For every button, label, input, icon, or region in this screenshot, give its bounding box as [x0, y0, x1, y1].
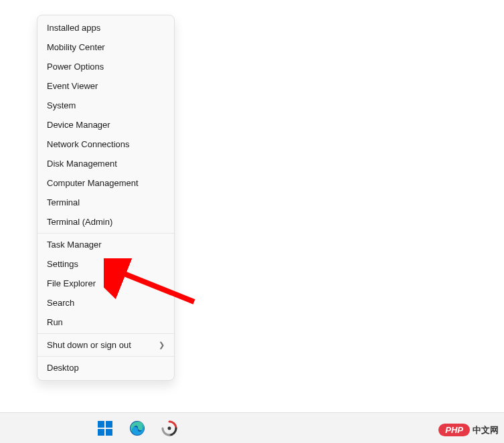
menu-label: System: [47, 100, 76, 110]
menu-separator: [37, 356, 174, 357]
winx-context-menu: Installed apps Mobility Center Power Opt…: [37, 15, 175, 381]
windows-start-icon: [97, 420, 113, 436]
taskbar: PHP 中文网: [0, 412, 504, 443]
menu-label: Disk Management: [47, 159, 117, 169]
edge-button[interactable]: [124, 416, 150, 441]
chevron-right-icon: ❯: [159, 341, 165, 349]
menu-item-run[interactable]: Run: [37, 313, 174, 332]
menu-label: Power Options: [47, 62, 104, 72]
start-button[interactable]: [92, 416, 118, 441]
menu-label: Event Viewer: [47, 81, 98, 91]
menu-item-device-manager[interactable]: Device Manager: [37, 115, 174, 135]
menu-label: Device Manager: [47, 120, 110, 130]
menu-item-search[interactable]: Search: [37, 293, 174, 313]
watermark: PHP 中文网: [438, 424, 499, 436]
app-icon: [161, 420, 177, 436]
svg-rect-3: [106, 421, 112, 428]
menu-item-event-viewer[interactable]: Event Viewer: [37, 76, 174, 96]
menu-item-task-manager[interactable]: Task Manager: [37, 235, 174, 254]
menu-item-file-explorer[interactable]: File Explorer: [37, 274, 174, 293]
app-button[interactable]: [157, 416, 182, 441]
menu-label: Desktop: [47, 363, 79, 373]
menu-label: Computer Management: [47, 178, 139, 188]
menu-item-system[interactable]: System: [37, 96, 174, 115]
menu-separator: [37, 333, 174, 334]
taskbar-apps: [92, 416, 182, 441]
menu-separator: [37, 233, 174, 234]
menu-label: Run: [47, 317, 63, 327]
menu-label: Shut down or sign out: [47, 340, 131, 350]
menu-item-terminal-admin[interactable]: Terminal (Admin): [37, 212, 174, 232]
edge-icon: [129, 420, 145, 436]
svg-rect-5: [106, 429, 112, 436]
menu-item-desktop[interactable]: Desktop: [37, 358, 174, 377]
menu-label: Settings: [47, 259, 78, 269]
menu-label: Mobility Center: [47, 42, 105, 52]
menu-item-terminal[interactable]: Terminal: [37, 193, 174, 212]
menu-item-mobility-center[interactable]: Mobility Center: [37, 37, 174, 57]
menu-label: Installed apps: [47, 23, 100, 33]
menu-label: File Explorer: [47, 278, 96, 288]
menu-item-installed-apps[interactable]: Installed apps: [37, 18, 174, 37]
menu-item-network-connections[interactable]: Network Connections: [37, 135, 174, 154]
svg-point-7: [168, 426, 171, 430]
menu-item-power-options[interactable]: Power Options: [37, 57, 174, 76]
menu-item-shutdown[interactable]: Shut down or sign out ❯: [37, 335, 174, 355]
menu-label: Search: [47, 298, 74, 308]
menu-label: Terminal: [47, 197, 80, 207]
menu-item-disk-management[interactable]: Disk Management: [37, 154, 174, 173]
menu-item-computer-management[interactable]: Computer Management: [37, 173, 174, 193]
menu-label: Task Manager: [47, 240, 102, 250]
menu-label: Terminal (Admin): [47, 217, 112, 227]
menu-item-settings[interactable]: Settings: [37, 254, 174, 274]
svg-rect-2: [98, 421, 104, 428]
watermark-text: 中文网: [473, 424, 499, 436]
watermark-pill: PHP: [438, 424, 470, 436]
menu-label: Network Connections: [47, 139, 130, 149]
svg-rect-4: [98, 429, 104, 436]
